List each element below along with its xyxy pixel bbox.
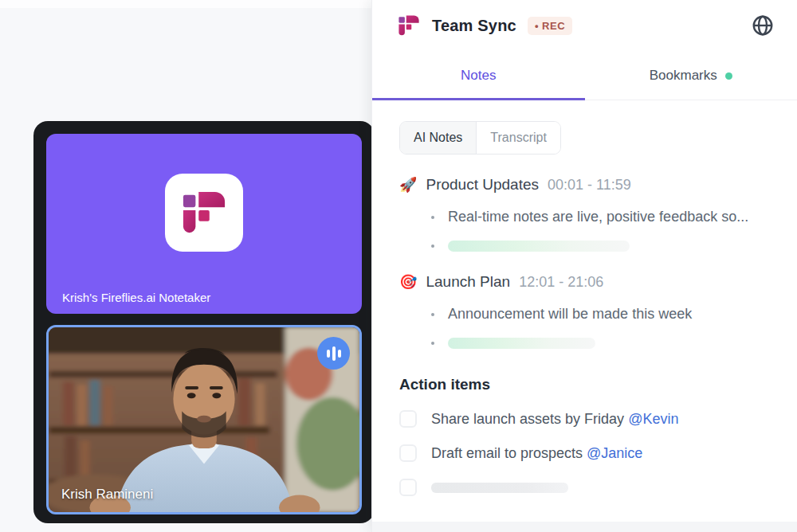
action-items-heading: Action items <box>399 376 776 393</box>
action-checkbox[interactable] <box>399 410 417 428</box>
note-section: 🎯 Launch Plan 12:01 - 21:06 Announcement… <box>399 273 776 349</box>
audio-waveform-icon <box>317 337 350 370</box>
loading-note-skeleton <box>448 338 595 349</box>
fireflies-logo-icon <box>398 14 420 37</box>
subtab-ai-notes[interactable]: AI Notes <box>400 122 476 154</box>
tab-notes[interactable]: Notes <box>372 51 585 100</box>
tab-bookmarks-label: Bookmarks <box>650 68 717 84</box>
target-emoji-icon: 🎯 <box>399 273 417 291</box>
action-checkbox[interactable] <box>399 444 417 462</box>
fireflies-logo-icon <box>181 190 227 236</box>
participant-video-tile[interactable]: Krish Ramineni <box>46 325 362 514</box>
rocket-emoji-icon: 🚀 <box>399 176 417 194</box>
section-title[interactable]: Launch Plan <box>426 273 510 291</box>
meeting-window: Krish's Fireflies.ai Notetaker <box>33 121 375 523</box>
panel-tabs: Notes Bookmarks <box>372 51 797 100</box>
action-item-text: Draft email to prospects @Janice <box>431 445 642 462</box>
fireflies-logo-card <box>165 174 243 252</box>
action-item-body: Share launch assets by Friday <box>431 411 628 427</box>
globe-icon <box>751 14 775 37</box>
bookmarks-indicator-dot <box>725 72 732 80</box>
note-bullet: Real-time notes are live, positive feedb… <box>448 209 748 225</box>
language-globe-button[interactable] <box>751 14 775 37</box>
app-stage: Krish's Fireflies.ai Notetaker <box>0 0 797 532</box>
action-item-text: Share launch assets by Friday @Kevin <box>431 411 678 428</box>
section-title[interactable]: Product Updates <box>426 176 539 194</box>
participant-video-still <box>49 327 359 512</box>
rec-badge: • REC <box>528 17 572 35</box>
bullet-dot <box>431 244 434 248</box>
panel-header: Team Sync • REC <box>372 0 797 51</box>
bullet-dot <box>431 216 434 219</box>
panel-footer-strip <box>372 522 797 532</box>
notetaker-tile[interactable]: Krish's Fireflies.ai Notetaker <box>46 134 362 314</box>
action-item-row: Draft email to prospects @Janice <box>399 444 776 462</box>
notes-panel: Team Sync • REC Notes Bookmarks AI Notes <box>371 0 797 532</box>
action-item-row-loading <box>399 479 776 496</box>
section-timestamp[interactable]: 12:01 - 21:06 <box>519 274 603 291</box>
panel-body: AI Notes Transcript 🚀 Product Updates 00… <box>372 100 797 496</box>
mention-link[interactable]: @Janice <box>587 445 642 461</box>
participant-name-label: Krish Ramineni <box>61 487 153 503</box>
action-item-row: Share launch assets by Friday @Kevin <box>399 410 776 428</box>
mention-link[interactable]: @Kevin <box>628 411 678 427</box>
note-bullet: Announcement will be made this week <box>448 306 692 323</box>
subtab-transcript[interactable]: Transcript <box>476 122 560 154</box>
action-item-body: Draft email to prospects <box>431 445 587 461</box>
active-tab-underline <box>372 98 585 100</box>
loading-action-skeleton <box>431 483 568 493</box>
bullet-dot <box>431 313 434 316</box>
bullet-dot <box>431 342 434 345</box>
tab-bookmarks[interactable]: Bookmarks <box>585 51 797 100</box>
loading-note-skeleton <box>448 241 630 252</box>
notetaker-tile-label: Krish's Fireflies.ai Notetaker <box>62 291 210 304</box>
note-section: 🚀 Product Updates 00:01 - 11:59 Real-tim… <box>399 176 776 252</box>
meeting-title: Team Sync <box>432 17 516 35</box>
notes-mode-switcher: AI Notes Transcript <box>399 121 561 155</box>
section-timestamp[interactable]: 00:01 - 11:59 <box>548 177 631 194</box>
action-checkbox[interactable] <box>399 479 417 496</box>
